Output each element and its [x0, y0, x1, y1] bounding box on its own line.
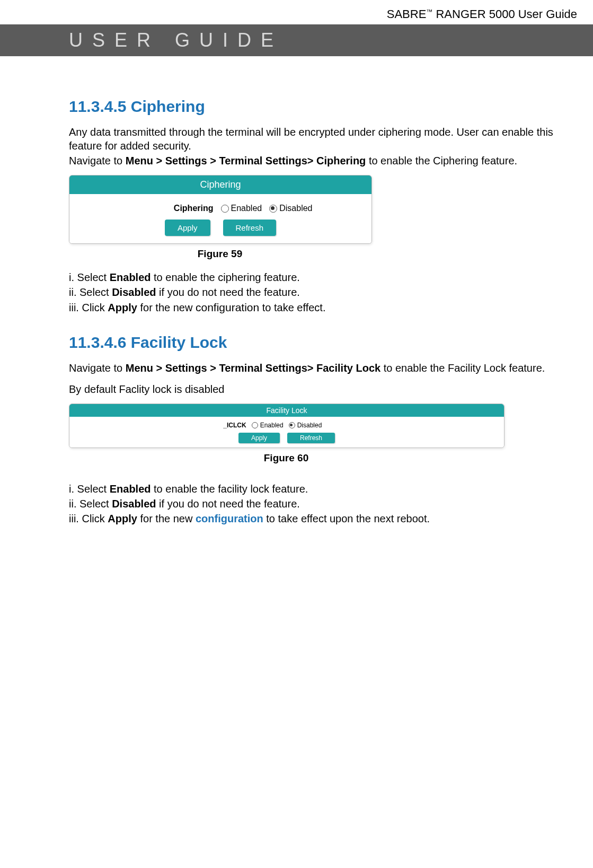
text: i. Select — [69, 483, 110, 495]
document-header: SABRE™ RANGER 5000 User Guide — [0, 0, 593, 24]
text: i. Select — [69, 271, 110, 283]
text: for the new — [137, 302, 196, 313]
section-heading-ciphering: 11.3.4.5 Ciphering — [69, 98, 576, 116]
apply-button[interactable]: Apply — [238, 433, 280, 443]
radio-disabled[interactable]: Disabled — [269, 204, 312, 213]
panel-title: Facility Lock — [69, 404, 504, 417]
panel-title: Ciphering — [69, 176, 371, 194]
radio-label: Disabled — [279, 204, 312, 213]
text: Navigate to — [69, 155, 126, 166]
refresh-button[interactable]: Refresh — [287, 433, 335, 443]
product-name-post: RANGER 5000 User Guide — [432, 7, 577, 21]
apply-button[interactable]: Apply — [165, 220, 210, 236]
banner: USER GUIDE — [0, 24, 593, 56]
step-ii: ii. Select Disabled if you do not need t… — [69, 497, 576, 511]
bold-text: Apply — [108, 513, 137, 524]
button-row: Apply Refresh — [69, 220, 371, 236]
text: iii. Click — [69, 302, 108, 313]
button-row: Apply Refresh — [69, 433, 504, 443]
text: to enable the Facility Lock feature. — [380, 362, 545, 374]
text: for the new — [137, 513, 196, 524]
step-iii: iii. Click Apply for the new configurati… — [69, 512, 576, 525]
figure-caption-59: Figure 59 — [69, 248, 371, 260]
panel-body: Ciphering Enabled Disabled Apply Refresh — [69, 194, 371, 243]
banner-title: USER GUIDE — [69, 29, 283, 51]
radio-icon — [289, 422, 295, 428]
radio-label: Enabled — [260, 422, 284, 429]
text: ii. Select — [69, 498, 112, 510]
bold-text: Disabled — [112, 286, 156, 298]
nav-path: Menu > Settings > Terminal Settings> Fac… — [126, 362, 380, 374]
row-label: Ciphering — [129, 204, 214, 213]
text: to enable the ciphering feature. — [151, 271, 300, 283]
facility-nav: Navigate to Menu > Settings > Terminal S… — [69, 361, 576, 375]
row-label: _ICLCK — [130, 422, 246, 429]
step-iii: iii. Click Apply for the new configurati… — [69, 300, 576, 314]
nav-path: Menu > Settings > Terminal Settings> Cip… — [126, 155, 366, 166]
radio-disabled[interactable]: Disabled — [289, 422, 322, 429]
bold-text: Enabled — [110, 271, 151, 283]
figure-caption-60: Figure 60 — [69, 452, 503, 464]
page: SABRE™ RANGER 5000 User Guide USER GUIDE… — [0, 0, 593, 868]
figure-facility-panel: Facility Lock _ICLCK Enabled Disabled Ap… — [69, 404, 505, 448]
ciphering-nav: Navigate to Menu > Settings > Terminal S… — [69, 154, 576, 168]
radio-icon — [269, 205, 277, 213]
text: configuration — [196, 301, 259, 313]
section-heading-facility-lock: 11.3.4.6 Facility Lock — [69, 334, 576, 352]
step-ii: ii. Select Disabled if you do not need t… — [69, 285, 576, 299]
ciphering-intro: Any data transmitted through the termina… — [69, 125, 576, 153]
step-i: i. Select Enabled to enable the cipherin… — [69, 270, 576, 284]
bold-text: Enabled — [110, 483, 151, 495]
radio-label: Enabled — [231, 204, 262, 213]
radio-icon — [252, 422, 258, 428]
text: if you do not need the feature. — [156, 498, 300, 510]
text: ii. Select — [69, 286, 112, 298]
facility-default-note: By default Faclity lock is disabled — [69, 382, 576, 396]
radio-enabled[interactable]: Enabled — [221, 204, 262, 213]
text: if you do not need the feature. — [156, 286, 300, 298]
text: to enable the Ciphering feature. — [366, 155, 517, 166]
form-row-iclck: _ICLCK Enabled Disabled — [69, 420, 504, 431]
text: iii. Click — [69, 513, 108, 524]
panel-body: _ICLCK Enabled Disabled Apply Refresh — [69, 417, 504, 448]
refresh-button[interactable]: Refresh — [223, 220, 277, 236]
bold-text: Disabled — [112, 498, 156, 510]
product-name-pre: SABRE — [387, 7, 427, 21]
configuration-link[interactable]: configuration — [196, 513, 263, 524]
text: to enable the facility lock feature. — [151, 483, 308, 495]
radio-enabled[interactable]: Enabled — [252, 422, 284, 429]
form-row-ciphering: Ciphering Enabled Disabled — [69, 200, 371, 216]
bold-text: Apply — [108, 302, 137, 313]
text: to take effect. — [259, 302, 325, 313]
radio-icon — [221, 205, 229, 213]
text: to take effect upon the next reboot. — [263, 513, 430, 524]
radio-label: Disabled — [297, 422, 322, 429]
figure-ciphering-panel: Ciphering Ciphering Enabled Disabled App… — [69, 175, 372, 244]
trademark-symbol: ™ — [426, 8, 432, 15]
content: 11.3.4.5 Ciphering Any data transmitted … — [0, 56, 593, 525]
text: Navigate to — [69, 362, 126, 374]
step-i: i. Select Enabled to enable the facility… — [69, 482, 576, 496]
